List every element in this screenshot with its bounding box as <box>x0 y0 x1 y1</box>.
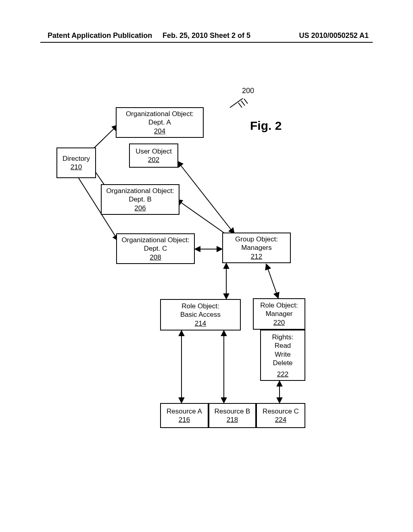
directory-label: Directory <box>63 154 90 163</box>
box-dept-a: Organizational Object: Dept. A 204 <box>116 107 204 138</box>
header-center: Feb. 25, 2010 Sheet 2 of 5 <box>163 31 250 40</box>
group-managers-line1: Group Object: <box>235 235 278 243</box>
box-role-manager: Role Object: Manager 220 <box>253 298 305 330</box>
dept-b-line1: Organizational Object: <box>106 187 174 195</box>
figure-title: Fig. 2 <box>250 119 282 133</box>
role-manager-line2: Manager <box>265 310 292 318</box>
svg-line-7 <box>177 200 227 235</box>
resource-a-ref: 216 <box>179 416 190 424</box>
dept-a-ref: 204 <box>154 127 165 135</box>
box-resource-b: Resource B 218 <box>209 403 256 428</box>
resource-b-ref: 218 <box>227 416 238 424</box>
svg-line-0 <box>230 98 243 108</box>
role-basic-line2: Basic Access <box>180 310 221 319</box>
header-right: US 2010/0050252 A1 <box>299 31 369 40</box>
dept-b-ref: 206 <box>134 204 146 212</box>
group-managers-ref: 212 <box>251 252 262 261</box>
dept-c-line1: Organizational Object: <box>121 236 189 244</box>
arrows-layer <box>0 0 413 532</box>
user-object-line1: User Object <box>136 147 172 156</box>
role-basic-ref: 214 <box>195 319 206 328</box>
page-header: Patent Application Publication Feb. 25, … <box>0 31 413 40</box>
dept-a-line1: Organizational Object: <box>126 110 194 118</box>
box-directory: Directory 210 <box>56 148 96 178</box>
box-user-object: User Object 202 <box>129 143 178 168</box>
dept-a-line2: Dept. A <box>148 118 171 127</box>
dept-c-ref: 208 <box>150 253 161 262</box>
box-resource-a: Resource A 216 <box>160 403 209 428</box>
dept-b-line2: Dept. B <box>129 195 152 204</box>
svg-line-10 <box>266 264 278 298</box>
user-object-ref: 202 <box>148 156 159 164</box>
group-managers-line2: Managers <box>241 243 272 252</box>
role-basic-line1: Role Object: <box>181 302 219 310</box>
rights-read: Read <box>275 341 291 350</box>
resource-c-ref: 224 <box>275 416 286 424</box>
ref-200: 200 <box>242 87 254 95</box>
box-dept-b: Organizational Object: Dept. B 206 <box>101 184 179 215</box>
svg-line-3 <box>244 99 248 104</box>
resource-a-label: Resource A <box>167 407 202 416</box>
page: Patent Application Publication Feb. 25, … <box>0 0 413 532</box>
box-group-managers: Group Object: Managers 212 <box>222 233 291 263</box>
box-role-basic: Role Object: Basic Access 214 <box>160 299 241 330</box>
box-dept-c: Organizational Object: Dept. C 208 <box>116 233 195 264</box>
header-rule <box>40 42 373 43</box>
ref-200-pointer <box>230 98 248 108</box>
directory-ref: 210 <box>71 163 82 171</box>
rights-header: Rights: <box>272 333 294 341</box>
header-left: Patent Application Publication <box>48 31 152 40</box>
rights-ref: 222 <box>277 370 288 378</box>
svg-line-6 <box>177 161 234 234</box>
resource-b-label: Resource B <box>215 407 250 416</box>
box-rights: Rights: Read Write Delete 222 <box>260 330 305 381</box>
rights-write: Write <box>275 350 290 359</box>
rights-delete: Delete <box>273 359 292 367</box>
role-manager-line1: Role Object: <box>260 301 298 310</box>
dept-c-line2: Dept. C <box>144 244 167 253</box>
resource-c-label: Resource C <box>263 407 299 416</box>
svg-line-1 <box>238 103 242 108</box>
svg-line-2 <box>241 101 245 106</box>
box-resource-c: Resource C 224 <box>256 403 305 428</box>
role-manager-ref: 220 <box>273 318 285 327</box>
